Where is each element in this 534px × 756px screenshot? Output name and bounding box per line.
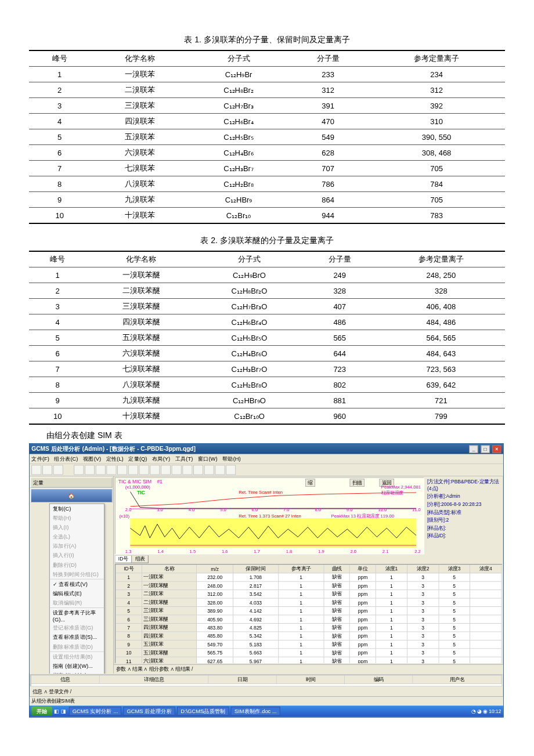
context-menu-item[interactable]: 设置组分结果(B) — [50, 652, 104, 661]
toolbar-btn[interactable] — [172, 465, 182, 475]
grid-header[interactable]: 名称 — [142, 565, 197, 573]
chromatogram-chart[interactable]: TIC & MIC SIM #1 缩 扫描 返回 (x1,000,000) Pe… — [115, 478, 424, 555]
context-menu-item[interactable]: 取消编辑(R) — [50, 598, 104, 608]
grid-header[interactable]: 曲线 — [324, 565, 350, 573]
context-menu-item[interactable]: 全选(L) — [50, 532, 104, 541]
grid-row[interactable]: 11六溴联苯627.655.9671缺省ppm135 — [116, 657, 501, 663]
toolbar-btn[interactable] — [150, 465, 160, 475]
toolbar-btn[interactable] — [117, 465, 127, 475]
toolbar-btn[interactable] — [215, 465, 225, 475]
log-header[interactable]: 信息 — [31, 675, 99, 683]
context-menu-item[interactable]: 转换到时间分组(G) — [50, 570, 104, 580]
chart-toolbar-btn[interactable]: 扫描 — [350, 479, 365, 487]
toolbar-btn[interactable] — [96, 465, 106, 475]
log-header[interactable]: 日期 — [208, 675, 276, 683]
grid-bottom-tabs[interactable]: 参数 ∧ 结果 ∧ 组分参数 ∧ 组结果 / — [114, 664, 503, 674]
toolbar-btn[interactable] — [128, 465, 138, 475]
grid-header[interactable]: m/z — [197, 565, 233, 573]
grid-tab-comp[interactable]: 组表 — [132, 555, 149, 563]
menu-item[interactable]: 窗口(W) — [198, 455, 218, 461]
quant-button[interactable]: 定量 — [31, 478, 113, 488]
close-button[interactable]: × — [492, 445, 501, 453]
toolbar-btn[interactable] — [204, 465, 214, 475]
grid-header[interactable]: ID号 — [116, 565, 142, 573]
menu-item[interactable]: 定量(Q) — [128, 455, 147, 461]
chart-xticks2: 1.31.41.51.61.71.81.92.02.12.2 — [125, 549, 421, 554]
grid-header[interactable]: 保留时间 — [233, 565, 278, 573]
maximize-button[interactable]: □ — [481, 445, 489, 453]
toolbar-btn[interactable] — [161, 465, 171, 475]
taskbar-task[interactable]: GCMS 实时分析 ... — [69, 707, 121, 715]
context-menu-item[interactable]: 设置参考离子比率(G)... — [50, 608, 104, 623]
context-menu-item[interactable]: 查看模式(V) — [50, 580, 104, 589]
grid-tab-id[interactable]: ID号 — [115, 555, 132, 563]
compound-grid[interactable]: ID号名称m/z保留时间参考离子曲线单位浓度1浓度2浓度3浓度4 1一溴联苯23… — [115, 564, 502, 663]
context-menu-item[interactable]: 插入行(I) — [50, 551, 104, 560]
toolbar-btn[interactable] — [193, 465, 203, 475]
grid-header[interactable]: 浓度4 — [470, 565, 501, 573]
menu-item[interactable]: 视图(V) — [83, 455, 101, 461]
grid-row[interactable]: 3二溴联苯312.003.5421缺省ppm135 — [116, 590, 501, 598]
log-header[interactable]: 详细信息 — [99, 675, 208, 683]
context-menu-item[interactable]: 复制(C) — [50, 504, 104, 513]
grid-row[interactable]: 2一溴联苯醚248.002.8171缺省ppm135 — [116, 581, 501, 589]
sidebar-big-button[interactable]: 🏠 — [31, 489, 113, 502]
grid-row[interactable]: 8四溴联苯485.805.3421缺省ppm135 — [116, 632, 501, 640]
table-row: 10十溴联苯C₁₂Br₁₀944783 — [29, 208, 505, 224]
grid-row[interactable]: 6三溴联苯醚405.904.6921缺省ppm135 — [116, 615, 501, 623]
gcms-window: GCMS 后处理分析 (Admin) - [数据分析 - C-PBDE-3ppm… — [29, 443, 504, 718]
context-menu-item[interactable]: 登记标准质谱(G) — [50, 623, 104, 632]
quicklaunch-icon[interactable]: ◧ — [54, 708, 59, 714]
grid-row[interactable]: 9五溴联苯549.705.1831缺省ppm135 — [116, 641, 501, 649]
grid-row[interactable]: 10五溴联苯醚565.755.6631缺省ppm135 — [116, 649, 501, 657]
taskbar-task[interactable]: SIM表制作.doc ... — [231, 707, 280, 715]
menu-item[interactable]: 文件(F) — [31, 455, 49, 461]
log-header[interactable]: 编码 — [345, 675, 413, 683]
toolbar-btn[interactable] — [85, 465, 95, 475]
context-menu-item[interactable]: 查看标准质谱(S)... — [50, 632, 104, 642]
taskbar-task[interactable]: D:\GCMS品质管制 — [177, 707, 229, 715]
grid-header[interactable]: 参考离子 — [278, 565, 323, 573]
toolbar-btn[interactable] — [182, 465, 192, 475]
log-header[interactable]: 时间 — [277, 675, 345, 683]
grid-row[interactable]: 1一溴联苯232.001.7081缺省ppm135 — [116, 573, 501, 581]
toolbar-btn[interactable] — [53, 465, 63, 475]
menu-item[interactable]: 布局(Y) — [152, 455, 170, 461]
context-menu-item[interactable]: 帮助(H) — [50, 513, 104, 523]
toolbar-btn[interactable] — [139, 465, 149, 475]
log-tabs[interactable]: 信息 ∧ 登录文件 / — [30, 688, 503, 696]
grid-row[interactable]: 4二溴联苯醚328.004.0331缺省ppm135 — [116, 598, 501, 606]
grid-header[interactable]: 单位 — [349, 565, 376, 573]
taskbar-task[interactable]: GCMS 后处理分析 — [124, 707, 175, 715]
menu-item[interactable]: 组分表(C) — [54, 455, 78, 461]
start-button[interactable]: 开始 — [31, 707, 52, 716]
context-menu-item[interactable]: 编辑模式(E) — [50, 589, 104, 598]
system-tray[interactable]: ◔ ◕ ◉ 10:12 — [471, 708, 501, 714]
log-header[interactable]: 用户名 — [413, 675, 501, 683]
toolbar-btn[interactable] — [42, 465, 52, 475]
grid-header[interactable]: 浓度1 — [376, 565, 407, 573]
context-menu-item[interactable]: 指南 (修改)(Y)... — [50, 671, 104, 674]
titlebar: GCMS 后处理分析 (Admin) - [数据分析 - C-PBDE-3ppm… — [30, 444, 503, 454]
grid-header[interactable]: 浓度3 — [439, 565, 470, 573]
context-menu-item[interactable]: 指南 (创建)(W)... — [50, 661, 104, 671]
menu-item[interactable]: 帮助(H) — [222, 455, 241, 461]
toolbar-btn[interactable] — [31, 465, 41, 475]
menu-item[interactable]: 定性(L) — [106, 455, 124, 461]
context-menu-item[interactable]: 删除标准质谱(D) — [50, 642, 104, 652]
grid-row[interactable]: 5三溴联苯389.904.1421缺省ppm135 — [116, 607, 501, 615]
context-menu-item[interactable]: 插入(I) — [50, 523, 104, 532]
minimize-button[interactable]: _ — [469, 445, 478, 453]
grid-header[interactable]: 浓度2 — [407, 565, 438, 573]
toolbar-btn[interactable] — [106, 465, 116, 475]
context-menu-item[interactable]: 删除行(D) — [50, 560, 104, 569]
toolbar-btn[interactable] — [226, 465, 236, 475]
quicklaunch-icon[interactable]: ◨ — [61, 708, 66, 714]
chart-toolbar-btn[interactable]: 缩 — [305, 479, 315, 487]
menu-item[interactable]: 工具(T) — [175, 455, 193, 461]
context-menu-item[interactable]: 添加行(A) — [50, 541, 104, 551]
table2-h0: 峰号 — [29, 251, 86, 267]
table1-h0: 峰号 — [29, 50, 90, 67]
toolbar-btn[interactable] — [74, 465, 84, 475]
grid-row[interactable]: 7四溴联苯醚483.804.8251缺省ppm135 — [116, 624, 501, 632]
